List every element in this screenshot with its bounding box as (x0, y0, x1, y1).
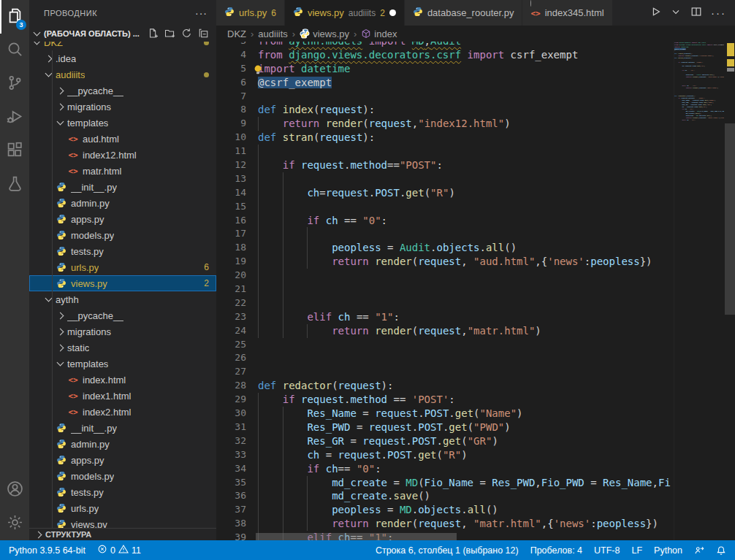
tree-item-migrations[interactable]: migrations (29, 323, 216, 340)
tree-item-__init__.py[interactable]: __init__.py (29, 179, 216, 195)
tree-item-admin.py[interactable]: admin.py (29, 195, 216, 211)
tree-item-tests.py[interactable]: tests.py (29, 243, 216, 259)
tree-item-tests.py[interactable]: tests.py (29, 484, 216, 500)
tree-item-urls.py[interactable]: urls.py6 (29, 259, 216, 275)
workspace-section-header[interactable]: (РАБОЧАЯ ОБЛАСТЬ) ... (29, 26, 216, 42)
vertical-scrollbar[interactable] (725, 123, 735, 315)
overview-ruler[interactable] (724, 42, 735, 540)
activity-item-settings[interactable] (0, 507, 29, 540)
tree-item-aud.html[interactable]: <>aud.html (29, 131, 216, 147)
tree-item-matr.html[interactable]: <>matr.html (29, 163, 216, 179)
tree-item-label: models.py (71, 230, 114, 241)
split-editor-icon[interactable] (690, 6, 702, 20)
breadcrumb-item-views.py[interactable]: views.py (300, 28, 349, 39)
line-number: 29 (216, 393, 246, 407)
line-content (258, 296, 674, 310)
eol-status[interactable]: LF (631, 545, 642, 556)
tree-item-.idea[interactable]: .idea (29, 50, 216, 66)
tree-item-DKZ[interactable]: DKZ (29, 42, 216, 50)
tree-item-templates[interactable]: templates (29, 356, 216, 372)
tree-item-models.py[interactable]: models.py (29, 227, 216, 243)
tree-item-aythh[interactable]: aythh (29, 291, 216, 307)
code-line: 7 (216, 90, 674, 104)
tree-item-static[interactable]: static (29, 340, 216, 356)
more-actions-icon[interactable]: ··· (711, 9, 726, 17)
activity-bar-top: 3 (0, 0, 29, 202)
chevron-right-icon (45, 55, 53, 62)
activity-item-accounts[interactable] (0, 473, 29, 507)
breadcrumb-item-DKZ[interactable]: DKZ (227, 28, 246, 39)
tree-item-__pycache__[interactable]: __pycache__ (29, 83, 216, 99)
tree-item-label: __pycache__ (67, 310, 123, 321)
tree-item-models.py[interactable]: models.py (29, 468, 216, 484)
tree-item-templates[interactable]: templates (29, 115, 216, 131)
tree-item-index.html[interactable]: <>index.html (29, 372, 216, 388)
code-editor[interactable]: 3from aythh.models import MD,Audit4from … (216, 42, 674, 540)
line-number: 12 (216, 158, 246, 172)
search-icon (7, 41, 23, 60)
line-content: return render(request,"index12.html") (258, 117, 674, 131)
code-line: 21 (216, 283, 674, 296)
tree-item-label: index.html (83, 375, 126, 386)
bell-icon[interactable] (716, 545, 726, 556)
activity-item-search[interactable] (0, 34, 29, 67)
more-actions-icon[interactable]: ··· (195, 7, 207, 19)
tree-item-index12.html[interactable]: <>index12.html (29, 147, 216, 163)
tab-urls.py[interactable]: urls.py6 (216, 0, 285, 26)
html-icon: <> (530, 7, 540, 18)
code-line: 34 if ch== "0": (216, 462, 674, 476)
activity-item-explorer[interactable]: 3 (0, 0, 29, 34)
problems-status[interactable]: 0 11 (97, 544, 141, 556)
outline-section-header[interactable]: СТРУКТУРА (29, 528, 216, 540)
python-icon (56, 278, 67, 288)
cursor-position-status[interactable]: Строка 6, столбец 1 (выбрано 12) (376, 545, 519, 556)
line-number: 18 (216, 241, 246, 255)
tree-item-label: __init__.py (71, 423, 117, 434)
chevron-down-icon (34, 42, 41, 45)
tab-database_roouter.py[interactable]: database_roouter.py (405, 0, 523, 26)
python-icon (56, 519, 67, 528)
lightbulb-icon[interactable] (254, 64, 262, 74)
tab-index345.html[interactable]: <>index345.html (522, 0, 612, 26)
tree-item-apps.py[interactable]: apps.py (29, 452, 216, 468)
line-content (258, 90, 674, 104)
encoding-status[interactable]: UTF-8 (594, 545, 620, 556)
breadcrumb-item-index[interactable]: index (361, 28, 397, 39)
refresh-icon[interactable] (181, 28, 192, 40)
activity-item-testing[interactable] (0, 168, 29, 202)
feedback-icon[interactable] (694, 545, 704, 556)
new-folder-icon[interactable] (164, 28, 175, 40)
tree-item-admin.py[interactable]: admin.py (29, 436, 216, 452)
tree-item-views.py[interactable]: views.py2 (29, 275, 216, 291)
new-file-icon[interactable] (148, 28, 159, 40)
line-content: import datetime (258, 62, 674, 76)
tree-item-index1.html[interactable]: <>index1.html (29, 388, 216, 404)
horizontal-scrollbar[interactable] (256, 533, 457, 540)
tree-item-label: tests.py (71, 487, 104, 498)
tree-item-audiiits[interactable]: audiiits (29, 66, 216, 83)
python-icon (224, 7, 235, 19)
activity-item-extensions[interactable] (0, 134, 29, 168)
activity-item-run-and-debug[interactable] (0, 101, 29, 134)
language-mode-status[interactable]: Python (654, 545, 682, 556)
minimap[interactable]: 3from aythh.models import MD,Audit4from … (674, 42, 724, 540)
tree-item-__pycache__[interactable]: __pycache__ (29, 307, 216, 323)
editor-actions: ··· (641, 0, 735, 26)
python-interpreter-status[interactable]: Python 3.9.5 64-bit (9, 545, 85, 556)
tab-views.py[interactable]: views.pyaudiiits2 (285, 0, 405, 26)
breadcrumb-item-audiiits[interactable]: audiiits (258, 28, 287, 39)
chevron-down-icon[interactable] (670, 6, 682, 20)
tree-item-index2.html[interactable]: <>index2.html (29, 404, 216, 420)
editor-group: urls.py6views.pyaudiiits2database_rooute… (216, 0, 735, 540)
tree-item-urls.py[interactable]: urls.py (29, 500, 216, 516)
code-line: 29 if request.method == 'POST': (216, 393, 674, 407)
tree-item-views.py[interactable]: views.py (29, 516, 216, 528)
tree-item-migrations[interactable]: migrations (29, 99, 216, 115)
collapse-all-icon[interactable] (198, 28, 209, 40)
tree-item-apps.py[interactable]: apps.py (29, 211, 216, 227)
tree-item-__init__.py[interactable]: __init__.py (29, 420, 216, 436)
run-icon[interactable] (650, 6, 661, 20)
python-icon (56, 455, 67, 465)
activity-item-source-control[interactable] (0, 67, 29, 101)
indentation-status[interactable]: Пробелов: 4 (530, 545, 582, 556)
